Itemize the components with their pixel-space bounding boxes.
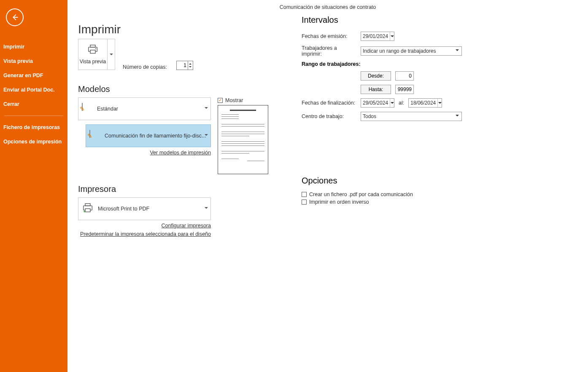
app-title: Comunicación de situaciones de contrato [67, 4, 588, 10]
sidebar-item-opciones-impresion[interactable]: Opciones de impresión [0, 135, 67, 149]
sidebar-item-enviar-portal[interactable]: Enviar al Portal Doc. [0, 83, 67, 97]
svg-rect-5 [85, 204, 90, 206]
sidebar-item-vista-previa[interactable]: Vista previa [0, 54, 67, 68]
chevron-down-icon [205, 134, 208, 137]
vista-previa-label: Vista previa [80, 59, 106, 65]
svg-rect-6 [85, 209, 90, 212]
al-label: al: [399, 100, 404, 106]
vista-previa-splitbutton: Vista previa [78, 39, 115, 70]
section-impresora: Impresora [78, 184, 272, 194]
chevron-down-icon [437, 99, 442, 107]
checkbox-icon [218, 98, 223, 103]
section-modelos: Modelos [78, 84, 272, 94]
chevron-down-icon [454, 113, 461, 120]
printer-icon [82, 203, 94, 215]
copies-label: Número de copias: [123, 64, 167, 70]
fechas-emision-date[interactable]: 29/01/2024 [361, 32, 394, 41]
chevron-down-icon [205, 107, 208, 111]
modelo-selected-label: Comunicación fin de llamamiento fijo-dis… [105, 133, 207, 139]
chevron-down-icon [390, 32, 394, 40]
modelo-estandar-combo[interactable]: Estándar [78, 97, 211, 120]
centro-select[interactable]: Todos [361, 112, 462, 121]
hasta-button[interactable]: Hasta: [361, 85, 391, 94]
centro-label: Centro de trabajo: [302, 113, 356, 119]
vista-previa-button[interactable]: Vista previa [78, 39, 107, 70]
sidebar-item-generar-pdf[interactable]: Generar en PDF [0, 68, 67, 83]
chevron-down-icon [390, 99, 394, 107]
link-configurar-impresora[interactable]: Configurar impresora [78, 223, 211, 229]
mostrar-label: Mostrar [225, 97, 243, 103]
document-icon [82, 103, 93, 114]
opcion-pdf-each-checkbox[interactable]: Crear un fichero .pdf por cada comunicac… [302, 191, 588, 197]
document-icon [89, 130, 100, 141]
desde-input[interactable] [395, 71, 414, 81]
rango-label: Rango de trabajadores: [302, 61, 588, 67]
sidebar-item-fichero-impresoras[interactable]: Fichero de impresoras [0, 120, 67, 135]
back-button[interactable] [6, 8, 24, 26]
arrow-left-icon [10, 13, 19, 22]
impresora-combo[interactable]: Microsoft Print to PDF [78, 197, 211, 220]
svg-rect-1 [90, 45, 95, 47]
sidebar-item-cerrar[interactable]: Cerrar [0, 97, 67, 111]
link-ver-modelos[interactable]: Ver modelos de impresión [78, 150, 211, 156]
mostrar-checkbox[interactable]: Mostrar [218, 97, 268, 103]
copies-spinner [176, 61, 193, 70]
vista-previa-dropdown[interactable] [107, 39, 115, 70]
checkbox-icon [302, 192, 307, 197]
fechas-emision-label: Fechas de emisión: [302, 33, 356, 39]
fechas-fin-desde-date[interactable]: 29/05/2024 [361, 98, 394, 108]
copies-up[interactable] [188, 61, 193, 65]
content: Imprimir Vista previa Número de copias: [78, 23, 588, 372]
trabajadores-select[interactable]: Indicar un rango de trabajadores [361, 46, 462, 56]
copies-input[interactable] [177, 61, 188, 70]
sidebar-separator [4, 116, 63, 116]
svg-point-7 [84, 211, 85, 213]
intervalos-form: Fechas de emisión: 29/01/2024 Trabajador… [302, 32, 588, 121]
fechas-fin-hasta-date[interactable]: 18/06/2024 [408, 98, 442, 108]
copies-down[interactable] [188, 65, 193, 70]
section-intervalos: Intervalos [302, 15, 588, 25]
opcion-pdf-each-label: Crear un fichero .pdf por cada comunicac… [309, 191, 413, 197]
checkbox-icon [302, 199, 307, 205]
fechas-fin-label: Fechas de finalización: [302, 100, 356, 106]
opcion-reverse-label: Imprimir en orden inverso [309, 199, 369, 205]
impresora-name: Microsoft Print to PDF [98, 206, 207, 212]
modelo-selected-combo[interactable]: Comunicación fin de llamamiento fijo-dis… [86, 124, 211, 147]
opcion-reverse-checkbox[interactable]: Imprimir en orden inverso [302, 199, 588, 205]
sidebar-item-imprimir[interactable]: Imprimir [0, 40, 67, 54]
sidebar: Imprimir Vista previa Generar en PDF Env… [0, 0, 67, 372]
hasta-input[interactable] [395, 85, 414, 94]
chevron-down-icon [205, 207, 208, 210]
svg-point-3 [95, 48, 96, 49]
trabajadores-label: Trabajadores a imprimir: [302, 45, 356, 57]
modelo-estandar-label: Estándar [97, 106, 207, 112]
link-predeterminar-impresora[interactable]: Predeterminar la impresora seleccionada … [78, 231, 211, 237]
chevron-down-icon [454, 48, 461, 54]
section-opciones: Opciones [302, 176, 588, 186]
page-preview-thumb[interactable] [218, 105, 268, 174]
printer-icon [87, 44, 99, 56]
desde-button[interactable]: Desde: [361, 71, 391, 81]
svg-rect-2 [90, 50, 95, 54]
